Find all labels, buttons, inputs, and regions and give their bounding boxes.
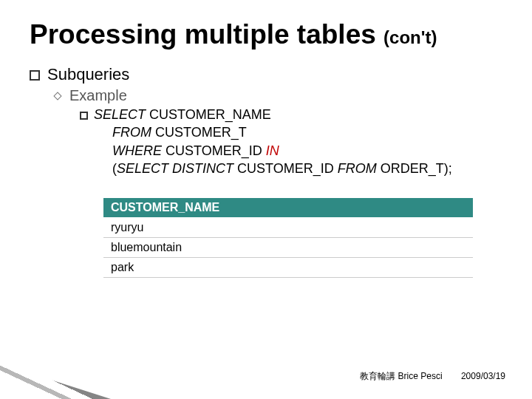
table-row: bluemountain xyxy=(103,238,473,258)
footer-author: 教育輪講 Brice Pesci xyxy=(360,371,442,381)
sql-tbl2: ORDER_T); xyxy=(381,161,452,176)
sql-col2: CUSTOMER_ID xyxy=(237,161,338,176)
square-bullet-icon xyxy=(80,112,88,120)
cell: bluemountain xyxy=(103,238,473,258)
slide-footer: 教育輪講 Brice Pesci 2009/03/19 xyxy=(360,370,505,383)
sql-tbl1: CUSTOMER_T xyxy=(151,125,247,140)
sql-line-2: FROM CUSTOMER_T xyxy=(112,123,502,141)
sql-col: CUSTOMER_NAME xyxy=(146,107,271,122)
kw-select: SELECT xyxy=(94,107,146,122)
kw-from: FROM xyxy=(112,125,151,140)
table-header: CUSTOMER_NAME xyxy=(103,198,473,218)
sql-block: SELECT CUSTOMER_NAME FROM CUSTOMER_T WHE… xyxy=(80,106,502,177)
diamond-bullet-icon xyxy=(53,92,61,100)
kw-from2: FROM xyxy=(338,161,381,176)
bullet-example: Example xyxy=(55,87,502,104)
title-main: Processing multiple tables xyxy=(30,19,376,50)
decorative-wedge xyxy=(0,355,111,399)
bullet-subqueries: Subqueries xyxy=(30,65,502,84)
bullet1-text: Subqueries xyxy=(47,65,129,83)
sql-line-4: (SELECT DISTINCT CUSTOMER_ID FROM ORDER_… xyxy=(112,160,502,177)
table-row: ryuryu xyxy=(103,218,473,238)
cell: park xyxy=(103,258,473,278)
cell: ryuryu xyxy=(103,218,473,238)
sql-whcol: CUSTOMER_ID xyxy=(166,143,266,158)
bullet2-text: Example xyxy=(69,87,127,103)
square-bullet-icon xyxy=(30,70,40,81)
kw-select-distinct: SELECT DISTINCT xyxy=(117,161,237,176)
table-row: park xyxy=(103,258,473,278)
sql-line-3: WHERE CUSTOMER_ID IN xyxy=(112,142,502,160)
title-cont: (con't) xyxy=(383,27,437,47)
result-table: CUSTOMER_NAME ryuryu bluemountain park xyxy=(103,198,473,278)
sql-line-1: SELECT CUSTOMER_NAME xyxy=(80,106,502,123)
slide-title: Processing multiple tables (con't) xyxy=(30,19,502,50)
kw-in: IN xyxy=(266,143,279,158)
footer-date: 2009/03/19 xyxy=(461,371,505,381)
kw-where: WHERE xyxy=(112,143,166,158)
